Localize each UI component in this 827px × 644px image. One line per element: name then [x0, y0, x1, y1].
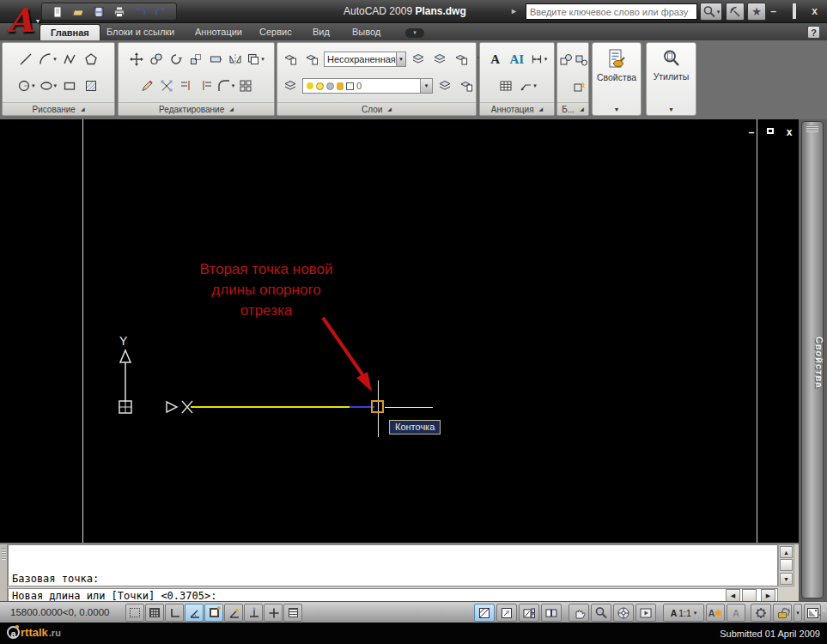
quick-view-drawings-button[interactable] [541, 604, 562, 622]
steering-wheel-button[interactable] [613, 604, 634, 622]
workspace-switching-button[interactable] [751, 604, 771, 622]
polygon-button[interactable] [82, 49, 100, 70]
text-style-button[interactable]: AI [508, 49, 526, 70]
tab-annotate[interactable]: Аннотации [185, 24, 252, 40]
tab-blocks-references[interactable]: Блоки и ссылки [96, 24, 185, 40]
panel-properties[interactable]: Свойства ▼ [592, 42, 642, 116]
layer-unisolate-button[interactable] [430, 49, 449, 70]
search-go-button[interactable]: ▾ [700, 3, 722, 21]
circle-button[interactable]: ▾ [16, 76, 36, 96]
ortho-toggle[interactable] [165, 604, 184, 622]
minimize-button[interactable]: – [766, 5, 781, 18]
panel-properties-expand-icon[interactable]: ▼ [593, 106, 641, 112]
scroll-down-button[interactable]: ▼ [780, 573, 793, 585]
infocenter-search-input[interactable] [526, 3, 697, 20]
array-button[interactable] [236, 76, 255, 96]
layer-state-dropdown[interactable]: Несохраненная▾ [324, 52, 406, 67]
panel-utilities-expand-icon[interactable]: ▼ [647, 106, 696, 112]
pan-button[interactable] [569, 604, 589, 622]
grid-toggle[interactable] [145, 604, 164, 622]
maximize-button[interactable] [787, 5, 801, 18]
dimension-button[interactable]: ▾ [529, 49, 549, 70]
tab-home[interactable]: Главная [40, 24, 100, 40]
new-button[interactable] [49, 4, 66, 20]
scroll-up-button[interactable]: ▲ [780, 546, 793, 558]
scroll-left-button[interactable]: ◀ [726, 589, 740, 602]
panel-label-annotation[interactable]: Аннотация [480, 102, 554, 115]
layer-isolate-button[interactable] [409, 49, 428, 70]
ellipse-button[interactable]: ▾ [39, 76, 58, 96]
multiline-text-button[interactable]: A [486, 49, 505, 70]
panel-label-layers[interactable]: Слои [277, 102, 476, 115]
status-bar-menu-button[interactable]: ▾ [794, 604, 802, 622]
layer-properties-button[interactable] [281, 76, 300, 96]
open-button[interactable] [70, 4, 87, 20]
help-button[interactable]: ? [807, 26, 820, 39]
command-window-grip[interactable] [0, 544, 8, 603]
application-menu-button[interactable]: A▾ [2, 1, 38, 42]
ribbon-minimize-button[interactable]: ▾ [405, 28, 424, 38]
dynamic-ucs-toggle[interactable] [244, 604, 263, 622]
fillet-button[interactable]: ▾ [216, 76, 236, 96]
rotate-button[interactable] [167, 49, 185, 70]
dropdown-arrow-icon[interactable]: ▾ [420, 79, 432, 93]
layer-dropdown[interactable]: 0 ▾ [302, 78, 433, 94]
panel-label-draw[interactable]: Рисование [3, 102, 114, 115]
annotation-autoscale-button[interactable]: А [727, 604, 745, 622]
create-block-button[interactable] [573, 49, 588, 70]
explode-button[interactable] [157, 76, 176, 96]
dropdown-arrow-icon[interactable]: ▾ [396, 52, 405, 66]
trim-button[interactable] [177, 76, 196, 96]
draw-order-button[interactable]: ▾ [246, 49, 265, 70]
command-history[interactable]: Базовая точка: Масштаб или [Копия/Опорны… [8, 544, 778, 586]
palette-grip[interactable] [806, 125, 818, 132]
quick-view-layouts-button[interactable] [519, 604, 539, 622]
edit-block-button[interactable] [571, 76, 587, 96]
annotation-scale-button[interactable]: А 1:1 ▾ [663, 604, 704, 622]
communication-center-button[interactable] [726, 3, 745, 21]
panel-label-modify[interactable]: Редактирование [119, 102, 274, 115]
erase-button[interactable] [137, 76, 156, 96]
favorites-button[interactable]: ★ [747, 3, 766, 21]
properties-palette-bar[interactable]: Свойства [801, 121, 824, 598]
stretch-button[interactable] [206, 49, 225, 70]
annotation-visibility-button[interactable]: А✱ [706, 604, 725, 622]
scale-button[interactable] [186, 49, 205, 70]
tab-output[interactable]: Вывод [342, 24, 391, 40]
panel-utilities[interactable]: Утилиты ▼ [646, 42, 696, 116]
zoom-button[interactable] [591, 604, 611, 622]
mirror-button[interactable] [226, 49, 245, 70]
show-motion-button[interactable] [635, 604, 656, 622]
panel-label-block[interactable]: Б... [557, 102, 588, 115]
object-snap-toggle[interactable] [204, 604, 223, 622]
dynamic-input-toggle[interactable] [264, 604, 283, 622]
hatch-button[interactable] [82, 76, 100, 96]
rectangle-button[interactable] [60, 76, 79, 96]
model-button[interactable] [474, 604, 495, 622]
hscroll-thumb[interactable] [742, 589, 757, 602]
move-button[interactable] [127, 49, 146, 70]
table-button[interactable] [496, 76, 515, 96]
multileader-button[interactable]: ▾ [518, 76, 538, 96]
scroll-thumb[interactable] [780, 559, 793, 571]
line-button[interactable] [16, 49, 35, 70]
layer-state-manage-button[interactable] [302, 49, 321, 70]
redo-button[interactable] [152, 4, 169, 20]
layout-button[interactable] [496, 604, 517, 622]
tab-tools[interactable]: Сервис [249, 24, 302, 40]
insert-block-button[interactable] [557, 49, 573, 70]
snap-toggle[interactable] [125, 604, 144, 622]
polar-tracking-toggle[interactable] [185, 604, 204, 622]
layer-freeze-button[interactable] [452, 49, 471, 70]
quick-properties-toggle[interactable] [283, 604, 302, 622]
tab-view[interactable]: Вид [302, 24, 340, 40]
toolbar-lock-button[interactable] [773, 604, 792, 622]
layer-state-save-button[interactable] [281, 49, 300, 70]
drawing-canvas[interactable]: – x Вторая точка новой длины опорного от… [0, 119, 799, 543]
extend-button[interactable] [197, 76, 216, 96]
undo-button[interactable] [131, 4, 149, 20]
coordinates-display[interactable]: 15800.0000<0, 0.0000 [10, 607, 109, 617]
plot-button[interactable] [111, 4, 128, 20]
close-button[interactable]: x [807, 5, 822, 18]
layer-previous-button[interactable] [457, 76, 476, 96]
